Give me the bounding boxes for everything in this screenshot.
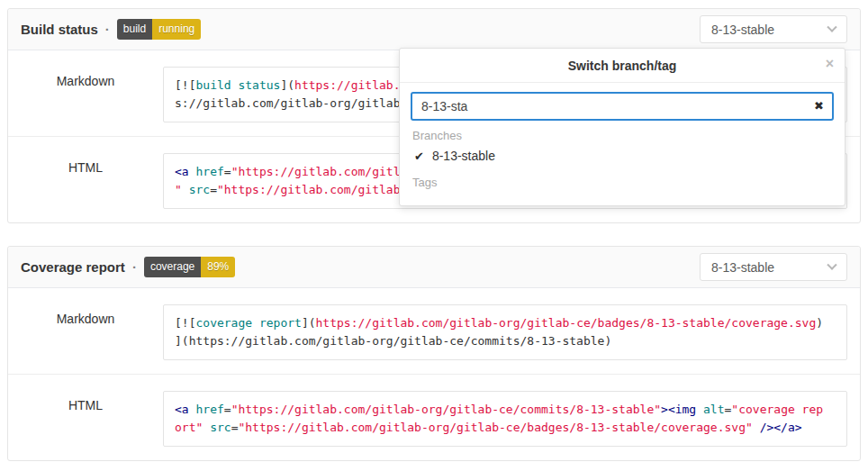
branch-selector-dropdown[interactable]: 8-13-stable	[700, 15, 847, 43]
chevron-down-icon	[827, 22, 836, 32]
clear-search-icon[interactable]: ✖	[814, 99, 824, 113]
check-icon: ✔	[414, 149, 424, 163]
badge-label: build	[117, 19, 152, 40]
branch-selector-dropdown[interactable]: 8-13-stable	[700, 253, 847, 281]
branch-item-name: 8-13-stable	[432, 149, 495, 163]
badge-value: 89%	[201, 257, 235, 277]
coverage-badge: coverage 89%	[144, 257, 235, 277]
tags-group-label: Tags	[411, 168, 834, 195]
row-label-markdown: Markdown	[8, 304, 163, 360]
coverage-report-card: Coverage report · coverage 89% 8-13-stab…	[7, 246, 861, 461]
page-title: Build status	[21, 22, 98, 37]
branch-search: ✖	[411, 92, 834, 121]
coverage-report-body: Markdown [![coverage report](https://git…	[8, 288, 860, 460]
html-code-snippet: <a href="https://gitlab.com/gitlab-org/g…	[163, 391, 847, 447]
branches-group-label: Branches	[411, 121, 834, 145]
close-icon[interactable]: ×	[826, 57, 834, 71]
row-label-html: HTML	[8, 153, 163, 209]
branch-selector-label: 8-13-stable	[711, 23, 774, 37]
switch-branch-popup: Switch branch/tag × ✖ Branches ✔ 8-13-st…	[399, 48, 845, 206]
coverage-report-header: Coverage report · coverage 89% 8-13-stab…	[8, 247, 860, 288]
row-label-html: HTML	[8, 391, 163, 447]
branch-item[interactable]: ✔ 8-13-stable	[411, 145, 834, 168]
markdown-code-snippet: [![coverage report](https://gitlab.com/g…	[163, 304, 847, 360]
chevron-down-icon	[827, 259, 836, 269]
popup-header: Switch branch/tag ×	[400, 49, 845, 83]
badge-label: coverage	[144, 257, 201, 277]
html-row: HTML <a href="https://gitlab.com/gitlab-…	[8, 374, 860, 460]
build-status-badge: build running	[117, 19, 201, 40]
page-title: Coverage report	[21, 259, 125, 275]
popup-body: ✖ Branches ✔ 8-13-stable Tags	[400, 83, 845, 205]
badge-value: running	[152, 19, 201, 40]
title-separator: ·	[105, 22, 110, 37]
build-status-header: Build status · build running 8-13-stable	[8, 9, 860, 50]
branch-selector-label: 8-13-stable	[711, 260, 774, 275]
markdown-row: Markdown [![coverage report](https://git…	[8, 288, 860, 374]
popup-title: Switch branch/tag	[568, 59, 677, 73]
branch-search-input[interactable]	[411, 92, 834, 121]
title-separator: ·	[132, 259, 137, 275]
row-label-markdown: Markdown	[8, 67, 163, 122]
